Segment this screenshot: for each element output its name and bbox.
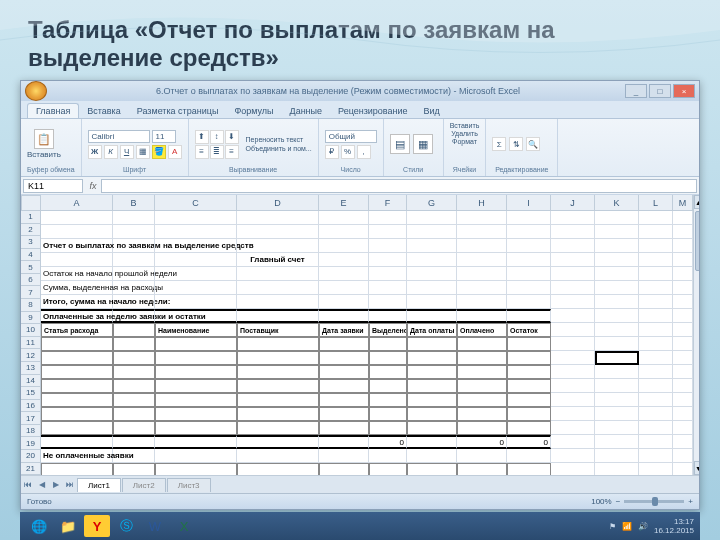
cell-M12[interactable] <box>673 365 693 379</box>
cell-H9[interactable]: Оплачено <box>457 323 507 337</box>
cell-F1[interactable] <box>369 211 407 225</box>
bold-button[interactable]: Ж <box>88 145 102 159</box>
currency-button[interactable]: ₽ <box>325 145 339 159</box>
row-header-13[interactable]: 13 <box>21 362 41 375</box>
cell-C1[interactable] <box>155 211 237 225</box>
row-header-2[interactable]: 2 <box>21 224 41 237</box>
cell-B5[interactable] <box>113 267 155 281</box>
cell-L19[interactable] <box>639 463 673 475</box>
clock-time[interactable]: 13:17 <box>654 517 694 526</box>
cell-M13[interactable] <box>673 379 693 393</box>
cell-I17[interactable]: 0 <box>507 435 551 449</box>
cell-E12[interactable] <box>319 365 369 379</box>
cell-J8[interactable] <box>551 309 595 323</box>
cell-B16[interactable] <box>113 421 155 435</box>
cell-L15[interactable] <box>639 407 673 421</box>
cell-C2[interactable] <box>155 225 237 239</box>
cell-L17[interactable] <box>639 435 673 449</box>
number-format-select[interactable]: Общий <box>325 130 377 143</box>
cell-K17[interactable] <box>595 435 639 449</box>
row-header-21[interactable]: 21 <box>21 463 41 475</box>
cell-M16[interactable] <box>673 421 693 435</box>
row-header-1[interactable]: 1 <box>21 211 41 224</box>
sheet-tab-3[interactable]: Лист3 <box>167 478 211 492</box>
cell-I2[interactable] <box>507 225 551 239</box>
cell-F7[interactable] <box>369 295 407 309</box>
row-header-6[interactable]: 6 <box>21 274 41 287</box>
cell-K1[interactable] <box>595 211 639 225</box>
delete-cells-button[interactable]: Удалить <box>451 130 478 137</box>
cell-E6[interactable] <box>319 281 369 295</box>
cell-I9[interactable]: Остаток <box>507 323 551 337</box>
cell-D3[interactable] <box>237 239 319 253</box>
cell-E8[interactable] <box>319 309 369 323</box>
zoom-out-button[interactable]: − <box>616 497 621 506</box>
cell-F9[interactable]: Выделено <box>369 323 407 337</box>
cell-D15[interactable] <box>237 407 319 421</box>
row-header-4[interactable]: 4 <box>21 249 41 262</box>
sort-button[interactable]: ⇅ <box>509 137 523 151</box>
fill-color-button[interactable]: 🪣 <box>152 145 166 159</box>
font-name-select[interactable]: Calibri <box>88 130 150 143</box>
paste-button[interactable]: 📋Вставить <box>27 129 61 159</box>
cell-I10[interactable] <box>507 337 551 351</box>
row-header-3[interactable]: 3 <box>21 236 41 249</box>
cell-B9[interactable] <box>113 323 155 337</box>
cell-L12[interactable] <box>639 365 673 379</box>
align-bottom[interactable]: ⬇ <box>225 130 239 144</box>
cell-E5[interactable] <box>319 267 369 281</box>
cell-E11[interactable] <box>319 351 369 365</box>
select-all-corner[interactable] <box>21 195 41 211</box>
cell-G9[interactable]: Дата оплаты <box>407 323 457 337</box>
cell-A4[interactable] <box>41 253 113 267</box>
cell-K19[interactable] <box>595 463 639 475</box>
cell-A6[interactable]: Сумма, выделенная на расходы <box>41 281 113 295</box>
cell-F14[interactable] <box>369 393 407 407</box>
cell-K12[interactable] <box>595 365 639 379</box>
cell-grid[interactable]: Отчет о выплатах по заявкам на выделение… <box>41 211 693 475</box>
cell-I13[interactable] <box>507 379 551 393</box>
cell-E3[interactable] <box>319 239 369 253</box>
cell-E15[interactable] <box>319 407 369 421</box>
cell-B12[interactable] <box>113 365 155 379</box>
formula-input[interactable] <box>101 179 697 193</box>
cell-H18[interactable] <box>457 449 507 463</box>
cell-E13[interactable] <box>319 379 369 393</box>
cell-C17[interactable] <box>155 435 237 449</box>
align-middle[interactable]: ↕ <box>210 130 224 144</box>
cell-K13[interactable] <box>595 379 639 393</box>
cell-M1[interactable] <box>673 211 693 225</box>
col-header-D[interactable]: D <box>237 195 319 211</box>
cell-H6[interactable] <box>457 281 507 295</box>
cell-D10[interactable] <box>237 337 319 351</box>
cell-L13[interactable] <box>639 379 673 393</box>
scroll-thumb[interactable] <box>695 211 699 271</box>
cell-H19[interactable] <box>457 463 507 475</box>
col-header-J[interactable]: J <box>551 195 595 211</box>
explorer-icon[interactable]: 📁 <box>55 515 81 537</box>
cell-E1[interactable] <box>319 211 369 225</box>
col-header-B[interactable]: B <box>113 195 155 211</box>
cell-F5[interactable] <box>369 267 407 281</box>
cell-E4[interactable] <box>319 253 369 267</box>
cell-F13[interactable] <box>369 379 407 393</box>
cell-J15[interactable] <box>551 407 595 421</box>
cell-J1[interactable] <box>551 211 595 225</box>
cell-A5[interactable]: Остаток на начало прошлой недели <box>41 267 113 281</box>
cell-G3[interactable] <box>407 239 457 253</box>
cell-B17[interactable] <box>113 435 155 449</box>
cell-M3[interactable] <box>673 239 693 253</box>
cell-G19[interactable] <box>407 463 457 475</box>
cell-F10[interactable] <box>369 337 407 351</box>
cell-L18[interactable] <box>639 449 673 463</box>
cell-J18[interactable] <box>551 449 595 463</box>
cell-J13[interactable] <box>551 379 595 393</box>
cell-H10[interactable] <box>457 337 507 351</box>
cell-I14[interactable] <box>507 393 551 407</box>
cell-C15[interactable] <box>155 407 237 421</box>
cell-E10[interactable] <box>319 337 369 351</box>
row-header-18[interactable]: 18 <box>21 425 41 438</box>
cell-K18[interactable] <box>595 449 639 463</box>
cell-J12[interactable] <box>551 365 595 379</box>
cell-I5[interactable] <box>507 267 551 281</box>
